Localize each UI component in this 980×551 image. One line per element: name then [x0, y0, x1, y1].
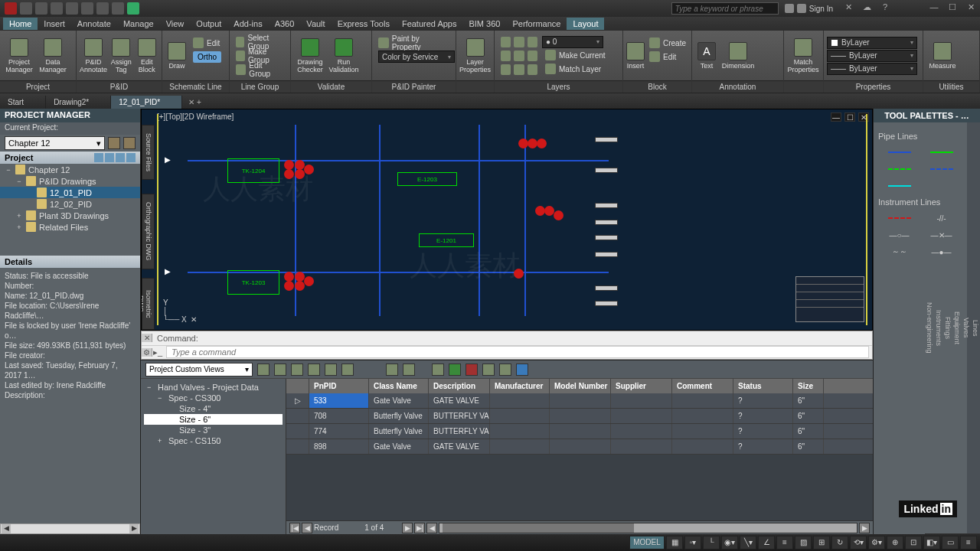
instr-line-wave[interactable]: ～～ [887, 246, 913, 257]
paint-by-property-button[interactable]: Paint by Property [375, 36, 452, 49]
table-row[interactable]: 708Butterfly ValveBUTTERFLY VAL…?6" [286, 409, 873, 424]
ortho-toggle[interactable]: └ [703, 536, 720, 549]
viewport-maximize[interactable]: ☐ [844, 112, 855, 122]
nozzle-symbol[interactable] [595, 203, 618, 208]
menu-tab-a360[interactable]: A360 [269, 18, 301, 30]
menu-tab-manage[interactable]: Manage [117, 18, 160, 30]
tree-node[interactable]: −Chapter 12 [0, 164, 140, 175]
dm-tree-node[interactable]: +Spec - CS150 [144, 435, 283, 446]
layer-icon[interactable] [528, 51, 537, 61]
linetype-combo[interactable]: —— ByLayer [827, 50, 917, 62]
layer-icon[interactable] [514, 37, 524, 47]
layer-icon[interactable] [501, 51, 511, 61]
lineweight-toggle[interactable]: ≡ [776, 536, 793, 549]
pump-symbol[interactable] [295, 169, 305, 179]
redo-icon[interactable] [112, 2, 124, 15]
menu-tab-layout[interactable]: Layout [567, 18, 604, 30]
col-header[interactable]: Comment [672, 379, 733, 393]
file-tab[interactable]: Drawing2* [46, 96, 111, 109]
nozzle-symbol[interactable] [595, 137, 618, 142]
workspace-icon[interactable] [127, 2, 139, 15]
nav-last[interactable]: ▶| [414, 523, 425, 533]
tree-node[interactable]: −P&ID Drawings [0, 175, 140, 187]
dm-icon[interactable] [516, 364, 528, 376]
palette-tab-equipment[interactable]: Equipment [952, 122, 962, 534]
dm-tree-node[interactable]: −Spec - CS300 [144, 393, 283, 403]
text-button[interactable]: AText [695, 35, 718, 77]
lineweight-combo[interactable]: —— ByLayer [827, 63, 917, 75]
color-combo[interactable]: ByLayer [827, 37, 917, 49]
nozzle-symbol[interactable] [595, 235, 618, 240]
make-current-button[interactable]: Make Current [542, 49, 609, 62]
menu-tab-insert[interactable]: Insert [38, 18, 71, 30]
nozzle-symbol[interactable] [595, 301, 618, 306]
layer-icon[interactable] [514, 64, 524, 75]
dm-accept-icon[interactable] [449, 364, 461, 376]
dm-icon[interactable] [325, 364, 337, 376]
assign-tag-button[interactable]: Assign Tag [109, 35, 133, 77]
nav-next[interactable]: ▶ [402, 523, 413, 533]
equipment-e-1201[interactable]: E-1201 [419, 233, 474, 247]
pm-tool-icon[interactable] [123, 137, 136, 149]
drawing-checker-button[interactable]: Drawing Checker [294, 35, 326, 77]
viewport-label[interactable]: [+][Top][2D Wireframe] [157, 112, 234, 121]
dm-icon[interactable] [291, 364, 303, 376]
dm-reject-icon[interactable] [466, 364, 478, 376]
customize-button[interactable]: ≡ [960, 536, 977, 549]
color-by-service-combo[interactable]: Color by Service [378, 51, 455, 63]
layer-properties-button[interactable]: Layer Properties [459, 35, 491, 77]
col-header[interactable]: Manufacturer [490, 379, 550, 393]
layer-icon[interactable] [528, 37, 537, 47]
pump-symbol[interactable] [304, 165, 314, 174]
source-files-tab[interactable]: Source Files [142, 125, 155, 180]
menu-tab-performance[interactable]: Performance [506, 18, 567, 30]
drawing-canvas[interactable]: Source Files Orthographic DWG Isometric … [141, 109, 873, 331]
ortho-dwg-tab[interactable]: Orthographic DWG [142, 194, 155, 269]
dm-tree-node[interactable]: Size - 6" [144, 414, 283, 425]
pump-symbol[interactable] [304, 276, 314, 286]
pm-icon[interactable] [105, 153, 114, 162]
plot-icon[interactable] [81, 2, 93, 15]
osnap-toggle[interactable]: ∠ [758, 536, 775, 549]
minimize-button[interactable]: — [925, 2, 943, 15]
dm-tree-node[interactable]: −Hand Valves - Project Data [144, 382, 283, 393]
make-group-button[interactable]: Make Group [233, 49, 287, 62]
model-button[interactable]: MODEL [629, 536, 665, 549]
edit-block-button[interactable]: Edit Block [135, 35, 158, 77]
data-manager-button[interactable]: Data Manager [37, 35, 69, 77]
new-icon[interactable] [20, 2, 32, 15]
project-manager-button[interactable]: Project Manager [3, 35, 35, 77]
select-group-button[interactable]: Select Group [233, 35, 287, 48]
undo-icon[interactable] [96, 2, 109, 15]
cmd-close-icon[interactable]: ✕ [142, 334, 152, 342]
col-header[interactable]: Model Number [550, 379, 611, 393]
viewport-close[interactable]: ✕ [858, 112, 869, 122]
pipe-line-dashed-green[interactable] [887, 164, 913, 174]
create-block-button[interactable]: Create [646, 37, 689, 50]
isolate-button[interactable]: ◧▾ [923, 536, 940, 549]
nozzle-symbol[interactable] [595, 252, 618, 257]
palette-tab-non-engineering[interactable]: Non-engineering [925, 122, 934, 534]
col-header[interactable]: Supplier [611, 379, 672, 393]
command-input[interactable] [166, 346, 869, 358]
menu-tab-featured-apps[interactable]: Featured Apps [396, 18, 463, 30]
pump-symbol[interactable] [537, 139, 547, 148]
save-icon[interactable] [51, 2, 63, 15]
measure-button[interactable]: Measure [926, 35, 959, 77]
menu-tab-add-ins[interactable]: Add-ins [227, 18, 268, 30]
open-icon[interactable] [35, 2, 47, 15]
pump-symbol[interactable] [284, 281, 294, 291]
dm-view-combo[interactable]: Project Custom Views [145, 363, 253, 377]
palette-tab-instruments[interactable]: Instruments [934, 122, 943, 534]
nozzle-symbol[interactable] [595, 168, 618, 173]
equipment-tk-1203[interactable]: TK-1203 [227, 270, 279, 295]
pump-symbol[interactable] [295, 281, 305, 291]
menu-tab-output[interactable]: Output [190, 18, 227, 30]
cycling-toggle[interactable]: ↻ [831, 536, 848, 549]
workspace-button[interactable]: ⚙▾ [868, 536, 885, 549]
close-button[interactable]: ✕ [962, 2, 980, 15]
nav-first[interactable]: |◀ [289, 523, 300, 533]
search-input[interactable] [671, 2, 779, 15]
pm-icon[interactable] [116, 153, 125, 162]
dimension-button[interactable]: Dimension [720, 35, 756, 77]
